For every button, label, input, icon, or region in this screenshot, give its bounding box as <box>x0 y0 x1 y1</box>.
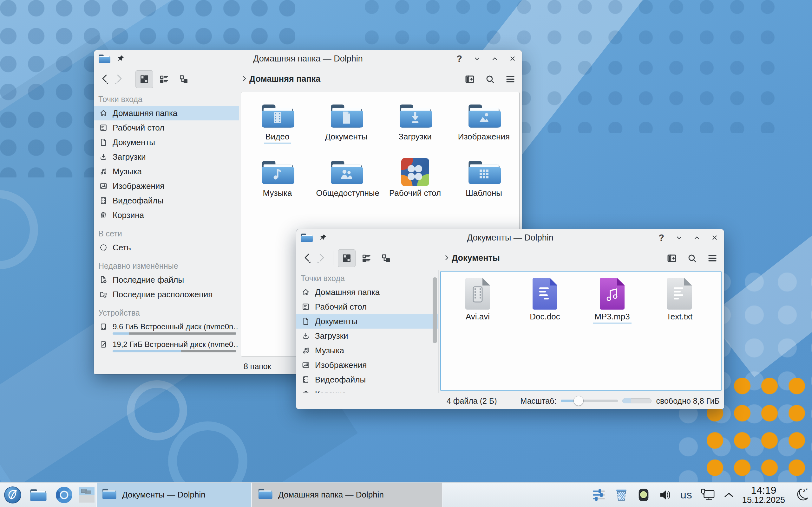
folder-item-documents[interactable]: Документы <box>312 102 380 158</box>
chevron-right-icon <box>241 75 248 83</box>
scrollbar[interactable] <box>433 277 437 343</box>
sidebar-item-downloads[interactable]: Загрузки <box>296 329 438 343</box>
sidebar-item-music[interactable]: Музыка <box>94 164 239 179</box>
virtual-desktop-pager[interactable] <box>79 483 95 507</box>
desktop: Домашняя папка — Dolphin ? Домашняя папк… <box>0 0 812 507</box>
folder-label: Общедоступные <box>315 188 378 199</box>
back-button[interactable] <box>301 250 315 266</box>
app-launcher-icon[interactable] <box>3 483 22 507</box>
sidebar-item-label: 19,2 ГиБ Встроенный диск (nvme0… <box>113 340 239 349</box>
icons-view-button[interactable] <box>136 70 153 88</box>
folder-label: Рабочий стол <box>388 188 443 199</box>
file-item-doc[interactable]: Doc.doc <box>511 278 578 338</box>
sidebar-item-home[interactable]: Домашняя папка <box>94 106 239 120</box>
breadcrumb-label[interactable]: Домашняя папка <box>249 74 320 84</box>
details-view-button[interactable] <box>377 249 395 267</box>
night-mode-icon[interactable]: zz <box>793 487 809 503</box>
sidebar-item-trash[interactable]: Корзина <box>94 208 239 222</box>
menu-button[interactable] <box>706 251 719 265</box>
compact-view-button[interactable] <box>155 70 173 88</box>
icons-view-button[interactable] <box>338 249 356 267</box>
zoom-slider[interactable] <box>561 396 618 406</box>
chevron-right-icon <box>443 254 450 263</box>
sidebar-item-disk-1[interactable]: 9,6 ГиБ Встроенный диск (nvme0n… <box>94 320 239 337</box>
split-view-button[interactable] <box>463 72 476 86</box>
sidebar-item-home[interactable]: Домашняя папка <box>296 285 438 299</box>
sidebar-item-desktop[interactable]: Рабочий стол <box>296 299 438 314</box>
minimize-button[interactable] <box>472 54 482 64</box>
close-button[interactable] <box>507 54 518 64</box>
expand-tray-icon[interactable] <box>723 491 734 499</box>
sidebar-item-label: Последние расположения <box>113 290 212 299</box>
sidebar-item-recent-locations[interactable]: Последние расположения <box>94 287 239 302</box>
desktop-2-cell[interactable] <box>79 495 95 503</box>
sidebar-item-music[interactable]: Музыка <box>296 343 438 358</box>
sidebar-item-documents[interactable]: Документы <box>296 314 438 329</box>
desktop-folder-icon <box>401 158 429 186</box>
task-button-home[interactable]: Домашняя папка — Dolphin <box>252 483 443 507</box>
titlebar[interactable]: Документы — Dolphin ? <box>296 229 724 246</box>
sidebar-item-documents[interactable]: Документы <box>94 135 239 150</box>
details-view-button[interactable] <box>175 70 193 88</box>
sidebar-item-pictures[interactable]: Изображения <box>296 358 438 372</box>
film-emblem-icon <box>270 110 285 125</box>
forward-button[interactable] <box>112 72 126 87</box>
forward-button[interactable] <box>315 250 328 266</box>
close-button[interactable] <box>710 233 720 243</box>
desktop-1-cell[interactable] <box>79 487 95 495</box>
clock[interactable]: 14:19 15.12.2025 <box>742 485 785 505</box>
text-file-icon <box>667 278 692 309</box>
help-button[interactable]: ? <box>454 54 464 64</box>
status-indicator-icon[interactable] <box>637 488 651 502</box>
sidebar-item-downloads[interactable]: Загрузки <box>94 150 239 164</box>
file-item-mp3[interactable]: MP3.mp3 <box>578 278 646 338</box>
trash-icon[interactable] <box>614 488 629 502</box>
audio-mixer-icon[interactable] <box>592 488 606 502</box>
folder-item-pictures[interactable]: Изображения <box>450 102 518 158</box>
folder-label: Видео <box>264 132 291 144</box>
folder-item-templates[interactable]: Шаблоны <box>450 158 518 215</box>
folder-item-music[interactable]: Музыка <box>243 158 312 215</box>
compact-view-button[interactable] <box>357 249 375 267</box>
folder-item-video[interactable]: Видео <box>243 102 312 158</box>
folder-clock-icon <box>99 290 108 299</box>
menu-button[interactable] <box>504 72 517 86</box>
breadcrumb[interactable]: Домашняя папка <box>241 74 320 84</box>
file-clock-icon <box>99 275 108 284</box>
sidebar-item-recent-files[interactable]: Последние файлы <box>94 273 239 287</box>
breadcrumb-label[interactable]: Документы <box>452 253 500 263</box>
keyboard-layout[interactable]: us <box>680 489 693 501</box>
browser-icon[interactable] <box>55 483 73 507</box>
maximize-button[interactable] <box>692 233 702 243</box>
folder-item-public[interactable]: Общедоступные <box>312 158 380 215</box>
maximize-button[interactable] <box>490 54 500 64</box>
task-button-documents[interactable]: Документы — Dolphin <box>96 483 252 507</box>
titlebar[interactable]: Домашняя папка — Dolphin ? <box>94 50 522 67</box>
sidebar-item-network[interactable]: Сеть <box>94 240 239 255</box>
folder-item-desktop[interactable]: Рабочий стол <box>380 158 450 215</box>
file-label: Text.txt <box>665 312 694 323</box>
document-icon <box>301 317 310 326</box>
desktop-icon <box>301 302 310 311</box>
volume-icon[interactable] <box>658 488 672 502</box>
search-button[interactable] <box>484 72 497 86</box>
folder-item-downloads[interactable]: Загрузки <box>380 102 450 158</box>
sidebar-item-videos[interactable]: Видеофайлы <box>296 372 438 387</box>
minimize-button[interactable] <box>674 233 684 243</box>
sidebar-item-disk-2[interactable]: 19,2 ГиБ Встроенный диск (nvme0… <box>94 337 239 355</box>
toolbar-separator <box>131 72 131 86</box>
file-item-txt[interactable]: Text.txt <box>646 278 713 338</box>
search-button[interactable] <box>686 251 699 265</box>
file-view[interactable]: Avi.avi Doc.doc MP3.mp3 Text.txt <box>440 271 722 391</box>
display-icon[interactable] <box>700 488 716 502</box>
sidebar-item-desktop[interactable]: Рабочий стол <box>94 120 239 135</box>
sidebar-item-trash[interactable]: Корзина <box>296 387 438 393</box>
help-button[interactable]: ? <box>656 233 666 243</box>
back-button[interactable] <box>98 72 112 87</box>
sidebar-item-videos[interactable]: Видеофайлы <box>94 193 239 208</box>
breadcrumb[interactable]: Документы <box>443 253 500 263</box>
file-item-avi[interactable]: Avi.avi <box>444 278 511 338</box>
file-manager-icon[interactable] <box>29 483 47 507</box>
split-view-button[interactable] <box>665 251 678 265</box>
sidebar-item-pictures[interactable]: Изображения <box>94 179 239 193</box>
